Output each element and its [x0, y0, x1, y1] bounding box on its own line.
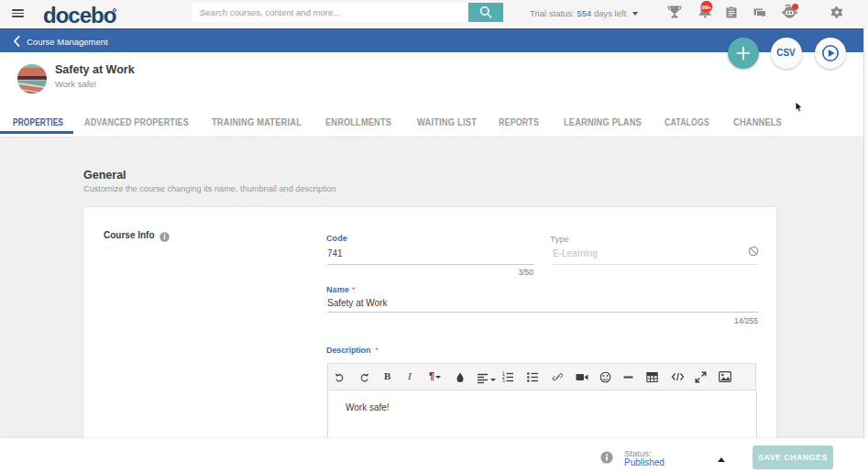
svg-text:3: 3 — [502, 379, 505, 383]
svg-text:99+: 99+ — [702, 5, 712, 10]
